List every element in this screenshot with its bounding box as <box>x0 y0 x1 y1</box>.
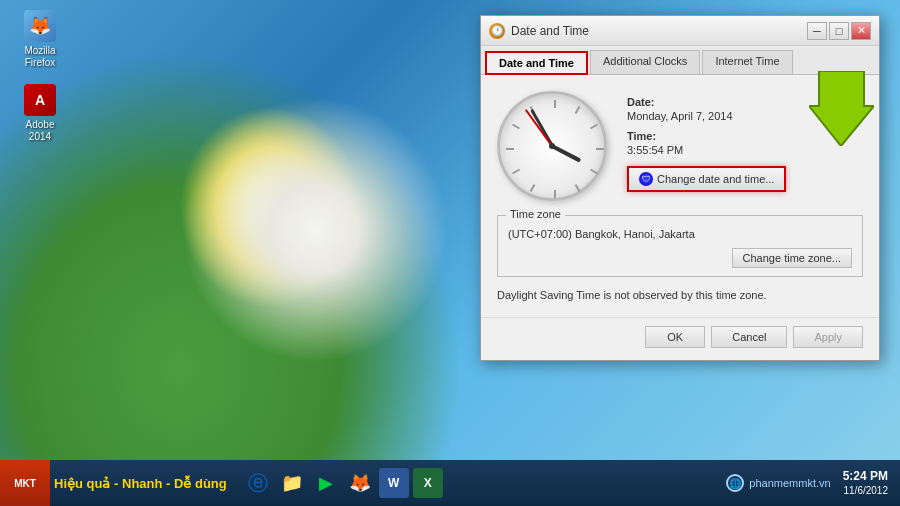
ok-button[interactable]: OK <box>645 326 705 348</box>
cancel-button[interactable]: Cancel <box>711 326 787 348</box>
svg-line-7 <box>531 185 535 192</box>
change-datetime-icon: 🛡 <box>639 172 653 186</box>
taskbar-word-icon[interactable]: W <box>379 468 409 498</box>
svg-line-4 <box>591 170 598 174</box>
taskbar-clock: 5:24 PM 11/6/2012 <box>843 469 888 498</box>
firefox-icon: 🦊 <box>24 10 56 42</box>
tab-date-and-time[interactable]: Date and Time <box>485 51 588 75</box>
dialog-footer: OK Cancel Apply <box>481 317 879 360</box>
taskbar-right: 🌐 phanmemmkt.vn 5:24 PM 11/6/2012 <box>726 469 900 498</box>
taskbar-excel-icon[interactable]: X <box>413 468 443 498</box>
timezone-legend: Time zone <box>506 208 565 220</box>
tab-additional-clocks[interactable]: Additional Clocks <box>590 50 700 74</box>
taskbar-app-icons: ⓔ 📁 ▶ 🦊 W X <box>243 468 443 498</box>
svg-line-2 <box>591 125 598 129</box>
change-timezone-button[interactable]: Change time zone... <box>732 248 852 268</box>
taskbar: MKT Hiệu quả - Nhanh - Dễ dùng ⓔ 📁 ▶ 🦊 W… <box>0 460 900 506</box>
start-label: MKT <box>14 478 36 489</box>
taskbar-ie-icon[interactable]: ⓔ <box>243 468 273 498</box>
adobe-icon: A <box>24 84 56 116</box>
desktop: 🦊 MozillaFirefox A Adobe2014 🕐 Date and … <box>0 0 900 460</box>
clock-center <box>549 143 555 149</box>
adobe-label: Adobe2014 <box>26 119 55 143</box>
analog-clock <box>497 91 607 201</box>
desktop-icon-adobe[interactable]: A Adobe2014 <box>10 84 70 143</box>
close-button[interactable]: ✕ <box>851 22 871 40</box>
taskbar-time: 5:24 PM <box>843 469 888 485</box>
green-arrow-annotation <box>809 71 874 146</box>
taskbar-brand-main: Hiệu quả - Nhanh - Dễ dùng <box>54 476 227 491</box>
desktop-icons: 🦊 MozillaFirefox A Adobe2014 <box>10 10 70 143</box>
taskbar-website: 🌐 phanmemmkt.vn <box>726 474 830 492</box>
firefox-label: MozillaFirefox <box>24 45 55 69</box>
dialog-title-left: 🕐 Date and Time <box>489 23 589 39</box>
taskbar-brand: Hiệu quả - Nhanh - Dễ dùng <box>54 476 227 491</box>
clock-date-row: Date: Monday, April 7, 2014 Time: 3:55:5… <box>497 91 863 201</box>
svg-line-5 <box>576 185 580 192</box>
svg-line-10 <box>513 125 520 129</box>
taskbar-date: 11/6/2012 <box>843 484 888 497</box>
minimize-button[interactable]: ─ <box>807 22 827 40</box>
taskbar-firefox-icon[interactable]: 🦊 <box>345 468 375 498</box>
tab-internet-time[interactable]: Internet Time <box>702 50 792 74</box>
desktop-icon-firefox[interactable]: 🦊 MozillaFirefox <box>10 10 70 69</box>
change-datetime-button[interactable]: 🛡 Change date and time... <box>627 166 786 192</box>
globe-icon: 🌐 <box>726 474 744 492</box>
dialog-controls: ─ □ ✕ <box>807 22 871 40</box>
svg-marker-12 <box>809 71 874 146</box>
dialog-title: Date and Time <box>511 24 589 38</box>
timezone-value: (UTC+07:00) Bangkok, Hanoi, Jakarta <box>508 224 852 240</box>
dst-text: Daylight Saving Time is not observed by … <box>497 289 863 301</box>
dialog-content: Date: Monday, April 7, 2014 Time: 3:55:5… <box>481 75 879 317</box>
apply-button[interactable]: Apply <box>793 326 863 348</box>
taskbar-folder-icon[interactable]: 📁 <box>277 468 307 498</box>
taskbar-media-icon[interactable]: ▶ <box>311 468 341 498</box>
website-text: phanmemmkt.vn <box>749 477 830 489</box>
timezone-section: Time zone (UTC+07:00) Bangkok, Hanoi, Ja… <box>497 215 863 277</box>
start-button[interactable]: MKT <box>0 460 50 506</box>
date-time-dialog: 🕐 Date and Time ─ □ ✕ Date and Time Addi… <box>480 15 880 361</box>
svg-line-8 <box>513 170 520 174</box>
dialog-app-icon: 🕐 <box>489 23 505 39</box>
svg-line-1 <box>576 107 580 114</box>
dialog-titlebar: 🕐 Date and Time ─ □ ✕ <box>481 16 879 46</box>
maximize-button[interactable]: □ <box>829 22 849 40</box>
